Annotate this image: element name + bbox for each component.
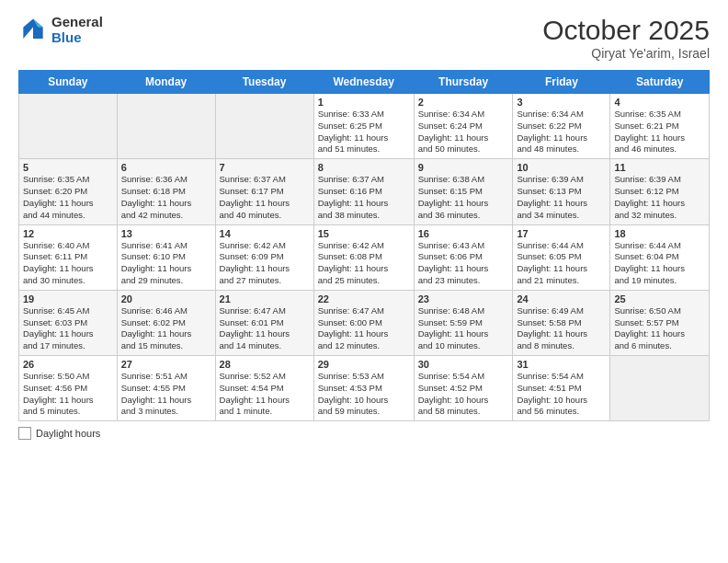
calendar-cell: 14Sunrise: 6:42 AM Sunset: 6:09 PM Dayli…: [215, 224, 313, 290]
day-number: 17: [517, 228, 606, 239]
calendar-cell: 27Sunrise: 5:51 AM Sunset: 4:55 PM Dayli…: [117, 356, 215, 421]
day-info: Sunrise: 6:47 AM Sunset: 6:00 PM Dayligh…: [318, 305, 410, 352]
footer-label: Daylight hours: [36, 428, 100, 439]
day-number: 27: [121, 359, 211, 370]
logo-text: General Blue: [51, 15, 103, 45]
day-info: Sunrise: 6:43 AM Sunset: 6:06 PM Dayligh…: [418, 240, 509, 287]
day-number: 29: [318, 359, 410, 370]
day-info: Sunrise: 5:50 AM Sunset: 4:56 PM Dayligh…: [23, 371, 113, 418]
calendar-cell: 5Sunrise: 6:35 AM Sunset: 6:20 PM Daylig…: [19, 159, 118, 224]
day-number: 16: [418, 228, 509, 239]
day-number: 14: [220, 228, 310, 239]
calendar-cell: 29Sunrise: 5:53 AM Sunset: 4:53 PM Dayli…: [313, 356, 414, 421]
weekday-header-saturday: Saturday: [610, 71, 710, 94]
calendar-cell: [215, 94, 313, 159]
calendar-cell: 16Sunrise: 6:43 AM Sunset: 6:06 PM Dayli…: [414, 224, 513, 290]
calendar-cell: 15Sunrise: 6:42 AM Sunset: 6:08 PM Dayli…: [313, 224, 414, 290]
weekday-header-thursday: Thursday: [414, 71, 513, 94]
day-number: 25: [614, 293, 705, 304]
day-number: 6: [121, 162, 211, 173]
calendar-cell: [610, 356, 710, 421]
calendar-cell: 2Sunrise: 6:34 AM Sunset: 6:24 PM Daylig…: [414, 94, 513, 159]
day-number: 7: [220, 162, 310, 173]
header: General Blue October 2025 Qiryat Ye'arim…: [18, 15, 710, 61]
calendar-cell: 21Sunrise: 6:47 AM Sunset: 6:01 PM Dayli…: [215, 290, 313, 355]
calendar-cell: 30Sunrise: 5:54 AM Sunset: 4:52 PM Dayli…: [414, 356, 513, 421]
calendar-cell: 26Sunrise: 5:50 AM Sunset: 4:56 PM Dayli…: [19, 356, 118, 421]
title-block: October 2025 Qiryat Ye'arim, Israel: [542, 15, 710, 61]
calendar-cell: 23Sunrise: 6:48 AM Sunset: 5:59 PM Dayli…: [414, 290, 513, 355]
calendar-cell: [117, 94, 215, 159]
day-number: 18: [614, 228, 705, 239]
day-info: Sunrise: 6:39 AM Sunset: 6:12 PM Dayligh…: [614, 174, 705, 221]
weekday-header-tuesday: Tuesday: [215, 71, 313, 94]
weekday-header-sunday: Sunday: [19, 71, 118, 94]
day-number: 11: [614, 162, 705, 173]
day-info: Sunrise: 6:34 AM Sunset: 6:22 PM Dayligh…: [517, 109, 606, 155]
weekday-header-row: SundayMondayTuesdayWednesdayThursdayFrid…: [19, 71, 710, 94]
calendar-cell: 11Sunrise: 6:39 AM Sunset: 6:12 PM Dayli…: [610, 159, 710, 224]
day-number: 28: [220, 359, 310, 370]
day-info: Sunrise: 5:54 AM Sunset: 4:51 PM Dayligh…: [517, 371, 606, 418]
day-info: Sunrise: 6:44 AM Sunset: 6:05 PM Dayligh…: [517, 240, 606, 287]
calendar-cell: 20Sunrise: 6:46 AM Sunset: 6:02 PM Dayli…: [117, 290, 215, 355]
day-info: Sunrise: 6:39 AM Sunset: 6:13 PM Dayligh…: [517, 174, 606, 221]
day-number: 30: [418, 359, 509, 370]
calendar-cell: 8Sunrise: 6:37 AM Sunset: 6:16 PM Daylig…: [313, 159, 414, 224]
day-info: Sunrise: 6:45 AM Sunset: 6:03 PM Dayligh…: [23, 305, 113, 352]
calendar: SundayMondayTuesdayWednesdayThursdayFrid…: [18, 70, 710, 421]
day-number: 10: [517, 162, 606, 173]
calendar-cell: 13Sunrise: 6:41 AM Sunset: 6:10 PM Dayli…: [117, 224, 215, 290]
calendar-cell: 3Sunrise: 6:34 AM Sunset: 6:22 PM Daylig…: [513, 94, 610, 159]
day-info: Sunrise: 5:54 AM Sunset: 4:52 PM Dayligh…: [418, 371, 509, 418]
day-number: 12: [23, 228, 113, 239]
day-number: 26: [23, 359, 113, 370]
page: General Blue October 2025 Qiryat Ye'arim…: [0, 0, 728, 563]
footer: Daylight hours: [18, 427, 710, 440]
logo-general-text: General: [51, 15, 103, 30]
calendar-cell: 25Sunrise: 6:50 AM Sunset: 5:57 PM Dayli…: [610, 290, 710, 355]
svg-marker-0: [23, 18, 42, 38]
calendar-cell: 4Sunrise: 6:35 AM Sunset: 6:21 PM Daylig…: [610, 94, 710, 159]
calendar-cell: 10Sunrise: 6:39 AM Sunset: 6:13 PM Dayli…: [513, 159, 610, 224]
day-info: Sunrise: 6:50 AM Sunset: 5:57 PM Dayligh…: [614, 305, 705, 352]
day-info: Sunrise: 6:44 AM Sunset: 6:04 PM Dayligh…: [614, 240, 705, 287]
calendar-cell: 31Sunrise: 5:54 AM Sunset: 4:51 PM Dayli…: [513, 356, 610, 421]
calendar-cell: 6Sunrise: 6:36 AM Sunset: 6:18 PM Daylig…: [117, 159, 215, 224]
day-number: 23: [418, 293, 509, 304]
weekday-header-monday: Monday: [117, 71, 215, 94]
day-number: 8: [318, 162, 410, 173]
day-number: 24: [517, 293, 606, 304]
week-row-1: 5Sunrise: 6:35 AM Sunset: 6:20 PM Daylig…: [19, 159, 710, 224]
day-info: Sunrise: 6:40 AM Sunset: 6:11 PM Dayligh…: [23, 240, 113, 287]
day-info: Sunrise: 6:49 AM Sunset: 5:58 PM Dayligh…: [517, 305, 606, 352]
day-number: 20: [121, 293, 211, 304]
calendar-cell: 24Sunrise: 6:49 AM Sunset: 5:58 PM Dayli…: [513, 290, 610, 355]
calendar-cell: 22Sunrise: 6:47 AM Sunset: 6:00 PM Dayli…: [313, 290, 414, 355]
day-number: 19: [23, 293, 113, 304]
logo: General Blue: [18, 15, 103, 45]
week-row-0: 1Sunrise: 6:33 AM Sunset: 6:25 PM Daylig…: [19, 94, 710, 159]
calendar-cell: [19, 94, 118, 159]
day-number: 21: [220, 293, 310, 304]
logo-blue-text: Blue: [51, 30, 103, 46]
day-number: 15: [318, 228, 410, 239]
day-info: Sunrise: 6:37 AM Sunset: 6:17 PM Dayligh…: [220, 174, 310, 221]
day-info: Sunrise: 6:48 AM Sunset: 5:59 PM Dayligh…: [418, 305, 509, 352]
weekday-header-wednesday: Wednesday: [313, 71, 414, 94]
day-number: 31: [517, 359, 606, 370]
week-row-2: 12Sunrise: 6:40 AM Sunset: 6:11 PM Dayli…: [19, 224, 710, 290]
calendar-cell: 18Sunrise: 6:44 AM Sunset: 6:04 PM Dayli…: [610, 224, 710, 290]
location: Qiryat Ye'arim, Israel: [542, 46, 710, 61]
month-title: October 2025: [542, 15, 710, 46]
day-number: 3: [517, 97, 606, 108]
day-number: 13: [121, 228, 211, 239]
day-info: Sunrise: 6:36 AM Sunset: 6:18 PM Dayligh…: [121, 174, 211, 221]
day-info: Sunrise: 6:42 AM Sunset: 6:09 PM Dayligh…: [220, 240, 310, 287]
logo-icon: [18, 16, 48, 45]
week-row-4: 26Sunrise: 5:50 AM Sunset: 4:56 PM Dayli…: [19, 356, 710, 421]
day-info: Sunrise: 6:35 AM Sunset: 6:20 PM Dayligh…: [23, 174, 113, 221]
calendar-cell: 9Sunrise: 6:38 AM Sunset: 6:15 PM Daylig…: [414, 159, 513, 224]
day-info: Sunrise: 6:34 AM Sunset: 6:24 PM Dayligh…: [418, 109, 509, 155]
week-row-3: 19Sunrise: 6:45 AM Sunset: 6:03 PM Dayli…: [19, 290, 710, 355]
